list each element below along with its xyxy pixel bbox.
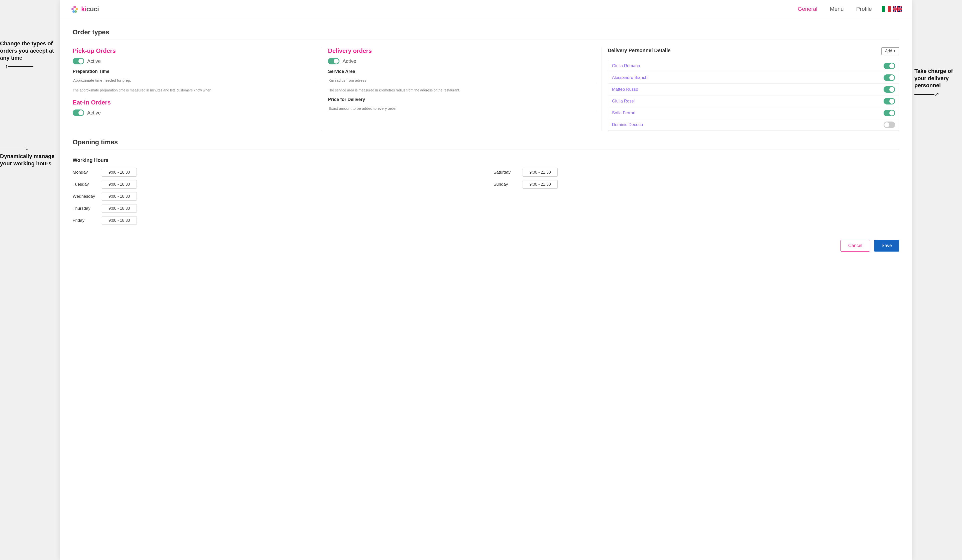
day-sunday: Sunday — [494, 182, 518, 187]
service-area-input[interactable] — [328, 77, 595, 84]
personnel-title: Delivery Personnel Details — [608, 48, 671, 53]
prep-time-description: The approximate preparation time is meas… — [73, 88, 316, 93]
delivery-orders-column: Delivery orders Active Service Area The … — [322, 47, 602, 131]
hours-row-monday: Monday — [73, 168, 478, 177]
page-wrapper: Change the types of orders you accept at… — [0, 0, 962, 560]
personnel-toggle-0[interactable] — [884, 63, 895, 69]
cancel-button[interactable]: Cancel — [841, 240, 870, 252]
day-wednesday: Wednesday — [73, 194, 98, 199]
content-area: Order types Pick-up Orders Active Prepar… — [60, 18, 912, 560]
day-thursday: Thursday — [73, 206, 98, 211]
navbar: kicuci General Menu Profile — [60, 0, 912, 18]
price-delivery-input[interactable] — [328, 105, 595, 112]
flag-uk[interactable] — [893, 6, 902, 12]
nav-links: General Menu Profile — [798, 6, 872, 12]
delivery-toggle-label: Active — [342, 58, 356, 64]
time-sunday[interactable] — [523, 180, 558, 189]
service-area-label: Service Area — [328, 69, 595, 74]
personnel-item-2: Matteo Russo — [608, 84, 899, 95]
order-types-title: Order types — [73, 28, 899, 36]
personnel-item-4: Sofia Ferrari — [608, 107, 899, 119]
personnel-toggle-3[interactable] — [884, 98, 895, 105]
personnel-toggle-4[interactable] — [884, 110, 895, 116]
personnel-column: Delivery Personnel Details Add + Giulia … — [602, 47, 899, 131]
hours-row-saturday: Saturday — [494, 168, 899, 177]
annotation-right-text: Take charge of your delivery personnel — [914, 68, 962, 89]
nav-menu[interactable]: Menu — [830, 6, 844, 12]
hours-row-tuesday: Tuesday — [73, 180, 478, 189]
personnel-toggle-5[interactable] — [884, 121, 895, 128]
personnel-toggle-1[interactable] — [884, 74, 895, 81]
eat-in-toggle[interactable] — [73, 110, 84, 116]
time-friday[interactable] — [102, 216, 137, 225]
nav-general[interactable]: General — [798, 6, 817, 12]
personnel-name-2: Matteo Russo — [612, 87, 638, 92]
day-monday: Monday — [73, 170, 98, 175]
personnel-item-1: Alessandro Bianchi — [608, 72, 899, 84]
personnel-item-5: Dominic Decoco — [608, 119, 899, 131]
pickup-toggle-row: Active — [73, 58, 316, 65]
hours-row-thursday: Thursday — [73, 204, 478, 213]
time-saturday[interactable] — [523, 168, 558, 177]
annotation-bottom-text: Dynamically manage your working hours — [0, 153, 55, 167]
time-monday[interactable] — [102, 168, 137, 177]
hours-row-friday: Friday — [73, 216, 478, 225]
price-delivery-label: Price for Delivery — [328, 97, 595, 102]
prep-time-label: Preparation Time — [73, 69, 316, 74]
order-types-columns: Pick-up Orders Active Preparation Time T… — [73, 47, 899, 131]
day-friday: Friday — [73, 218, 98, 223]
pickup-toggle-label: Active — [87, 58, 101, 64]
bottom-actions: Cancel Save — [73, 235, 899, 252]
working-hours-title: Working Hours — [73, 157, 899, 163]
personnel-item-0: Giulia Romano — [608, 60, 899, 72]
logo-area: kicuci — [70, 5, 99, 13]
svg-point-5 — [73, 8, 76, 10]
day-tuesday: Tuesday — [73, 182, 98, 187]
annotation-bottom: ↓ Dynamically manage your working hours — [0, 145, 55, 169]
personnel-name-3: Giulia Rossi — [612, 99, 635, 104]
service-area-description: The service area is measured in kilometr… — [328, 88, 595, 93]
logo-icon — [70, 5, 79, 13]
personnel-list: Giulia Romano Alessandro Bianchi Matteo … — [608, 60, 899, 131]
flag-icons — [882, 6, 902, 12]
main-panel: kicuci General Menu Profile — [60, 0, 912, 560]
eat-in-toggle-label: Active — [87, 110, 101, 116]
left-annotation: Change the types of orders you accept at… — [0, 0, 60, 560]
time-tuesday[interactable] — [102, 180, 137, 189]
nav-profile[interactable]: Profile — [856, 6, 872, 12]
annotation-top-text: Change the types of orders you accept at… — [0, 40, 55, 61]
opening-times-title: Opening times — [73, 138, 899, 146]
save-button[interactable]: Save — [874, 240, 899, 252]
time-wednesday[interactable] — [102, 192, 137, 201]
annotation-top: Change the types of orders you accept at… — [0, 40, 55, 69]
personnel-toggle-2[interactable] — [884, 86, 895, 93]
delivery-title: Delivery orders — [328, 47, 595, 54]
prep-time-input[interactable] — [73, 77, 316, 84]
day-saturday: Saturday — [494, 170, 518, 175]
pickup-title: Pick-up Orders — [73, 47, 316, 54]
personnel-item-3: Giulia Rossi — [608, 95, 899, 107]
personnel-header: Delivery Personnel Details Add + — [608, 47, 899, 57]
opening-times-divider — [73, 150, 899, 150]
annotation-right-content: Take charge of your delivery personnel ↗ — [914, 68, 962, 97]
personnel-name-4: Sofia Ferrari — [612, 110, 636, 116]
hours-row-sunday: Sunday — [494, 180, 899, 189]
personnel-name-0: Giulia Romano — [612, 63, 640, 68]
right-annotation: Take charge of your delivery personnel ↗ — [912, 0, 962, 560]
eat-in-toggle-row: Active — [73, 110, 316, 116]
pickup-toggle[interactable] — [73, 58, 84, 65]
hours-grid: Monday Saturday Tuesday Sunday — [73, 168, 899, 225]
hours-row-wednesday: Wednesday — [73, 192, 478, 201]
pickup-orders-column: Pick-up Orders Active Preparation Time T… — [73, 47, 322, 131]
personnel-name-1: Alessandro Bianchi — [612, 75, 649, 80]
add-personnel-button[interactable]: Add + — [881, 47, 899, 55]
logo-text: kicuci — [81, 5, 99, 13]
time-thursday[interactable] — [102, 204, 137, 213]
delivery-toggle-row: Active — [328, 58, 595, 65]
arrow-up: ↑ — [0, 64, 55, 69]
eat-in-title: Eat-in Orders — [73, 99, 316, 106]
personnel-name-5: Dominic Decoco — [612, 122, 643, 127]
svg-point-3 — [73, 10, 75, 13]
delivery-toggle[interactable] — [328, 58, 339, 65]
flag-italy[interactable] — [882, 6, 891, 12]
